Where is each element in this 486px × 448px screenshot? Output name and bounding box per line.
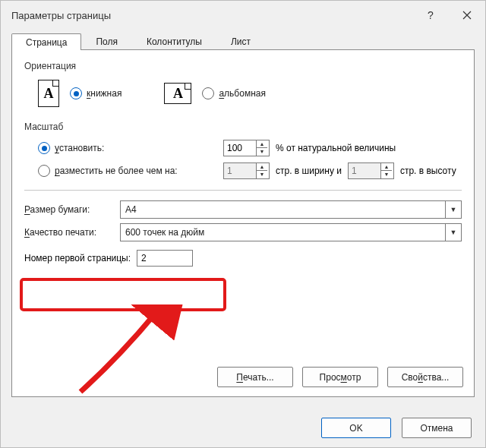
scale-percent-input[interactable] [223, 140, 256, 156]
radio-landscape[interactable]: альбомная [202, 87, 266, 99]
chevron-up-icon[interactable]: ▲ [257, 140, 267, 147]
first-page-input[interactable] [137, 250, 193, 267]
print-quality-value: 600 точек на дюйм [121, 227, 445, 238]
radio-scale-fixed[interactable]: установить: [38, 142, 217, 154]
tab-headers[interactable]: Колонтитулы [132, 33, 216, 49]
print-quality-combo[interactable]: 600 точек на дюйм ▼ [120, 223, 462, 241]
tab-panel-page: Ориентация A ккнижнаянижная A альбомная … [11, 49, 475, 397]
help-button[interactable]: ? [412, 1, 449, 30]
chevron-up-icon[interactable]: ▲ [381, 163, 392, 170]
paper-size-value: A4 [121, 204, 445, 215]
properties-button[interactable]: Свойства... [387, 367, 463, 387]
close-icon [462, 11, 472, 20]
paper-size-combo[interactable]: A4 ▼ [120, 200, 462, 219]
portrait-icon: A [38, 80, 59, 107]
fit-wide-input[interactable] [223, 162, 256, 179]
dialog-title: Параметры страницы [11, 10, 111, 21]
scale-group-title: Масштаб [24, 121, 462, 132]
dialog-footer: OK Отмена [1, 410, 485, 447]
chevron-up-icon[interactable]: ▲ [257, 163, 267, 170]
fit-tall-spin[interactable]: ▲▼ [348, 162, 394, 179]
ok-button[interactable]: OK [321, 418, 391, 438]
scale-percent-suffix: % от натуральной величины [276, 143, 396, 153]
titlebar: Параметры страницы ? [1, 1, 485, 30]
preview-button[interactable]: Просмотр [302, 367, 378, 387]
fit-tall-input[interactable] [348, 162, 380, 179]
page-setup-dialog: Параметры страницы ? Страница Поля Колон… [0, 0, 486, 448]
chevron-down-icon[interactable]: ▼ [445, 224, 461, 241]
orientation-group-title: Ориентация [24, 61, 462, 71]
fit-wide-spin[interactable]: ▲▼ [223, 162, 270, 179]
close-button[interactable] [449, 1, 485, 30]
print-quality-label: Качество печати: [24, 227, 114, 238]
landscape-icon: A [164, 83, 191, 104]
annotation-highlight [20, 278, 226, 311]
chevron-down-icon[interactable]: ▼ [257, 170, 267, 178]
fit-tall-suffix: стр. в высоту [400, 166, 456, 176]
radio-portrait[interactable]: ккнижнаянижная [70, 87, 122, 99]
chevron-down-icon[interactable]: ▼ [445, 201, 461, 218]
tab-margins[interactable]: Поля [81, 33, 132, 49]
annotation-arrow [65, 304, 187, 396]
chevron-down-icon[interactable]: ▼ [381, 170, 392, 178]
tab-sheet[interactable]: Лист [216, 33, 265, 49]
chevron-down-icon[interactable]: ▼ [257, 147, 267, 155]
print-button[interactable]: Печать... [217, 367, 293, 387]
paper-size-label: Размер бумаги: [24, 204, 114, 215]
first-page-label: Номер первой страницы: [24, 253, 131, 263]
tab-page[interactable]: Страница [11, 33, 81, 50]
cancel-button[interactable]: Отмена [402, 418, 472, 438]
tab-row: Страница Поля Колонтитулы Лист [11, 30, 475, 49]
scale-percent-spin[interactable]: ▲▼ [223, 140, 270, 156]
fit-wide-suffix: стр. в ширину и [276, 166, 342, 176]
radio-scale-fit[interactable]: разместить не более чем на: [38, 165, 217, 177]
